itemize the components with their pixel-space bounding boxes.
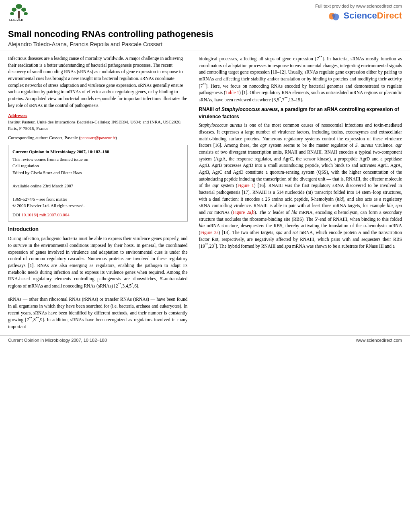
spa-italic3: spa xyxy=(285,244,291,249)
hla-italic2: hla xyxy=(291,210,297,215)
figure2a-link[interactable]: Figure 2a xyxy=(200,230,218,235)
infobox-doi: DOI 10.1016/j.mib.2007.03.004 xyxy=(12,212,183,218)
svg-text:ELSEVIER: ELSEVIER xyxy=(9,18,23,21)
staphylococcus-italic: Staphylococcus aureus xyxy=(221,107,278,112)
body-content: Infectious diseases are a leading cause … xyxy=(0,51,410,330)
spa-italic2: spa xyxy=(276,230,283,235)
info-box: Current Opinion in Microbiology 2007, 10… xyxy=(8,145,188,222)
sd-icon xyxy=(326,10,342,21)
figure1-link[interactable]: Figure 1 xyxy=(238,183,254,188)
agr-italic1: agr xyxy=(260,143,266,148)
article-authors: Alejandro Toledo-Arana, Francis Repoila … xyxy=(8,41,402,47)
infobox-edited: Edited by Gisela Storz and Dieter Haas xyxy=(12,169,183,176)
doi-link[interactable]: 10.1016/j.mib.2007.03.004 xyxy=(21,212,69,217)
elsevier-logo-icon: ELSEVIER xyxy=(8,3,30,21)
hla-italic3: hla xyxy=(199,223,205,228)
left-column: Infectious diseases are a leading cause … xyxy=(8,55,193,330)
svg-point-4 xyxy=(10,12,14,15)
intro-para2: sRNAs — other than ribosomal RNAs (rRNAs… xyxy=(8,296,188,330)
addresses-label: Addresses xyxy=(8,113,188,119)
infobox-copyright: © 2006 Elsevier Ltd. All rights reserved… xyxy=(12,202,183,209)
footer-left: Current Opinion in Microbiology 2007, 10… xyxy=(8,338,107,343)
infobox-themed2: Cell regulation xyxy=(12,162,183,169)
corresponding-section: Corresponding author: Cossart, Pascale (… xyxy=(8,135,188,141)
rnaiii-subheading: RNAIII of Staphylococcus aureus, a parad… xyxy=(199,106,402,120)
email-link[interactable]: pcossart@pasteur.fr xyxy=(80,135,115,140)
addresses-text: Institut Pasteur, Unité des Interactions… xyxy=(8,119,188,131)
addresses-section: Addresses Institut Pasteur, Unité des In… xyxy=(8,113,188,131)
doi-label: DOI xyxy=(12,212,20,217)
footer-bar: Current Opinion in Microbiology 2007, 10… xyxy=(0,335,410,345)
table1-link[interactable]: Table 1 xyxy=(226,90,239,95)
header-bar: ELSEVIER Full text provided by www.scien… xyxy=(0,0,410,24)
svg-point-1 xyxy=(16,4,22,9)
corresponding-text: Corresponding author: Cossart, Pascale (… xyxy=(8,135,117,140)
svg-point-3 xyxy=(21,8,26,12)
header-left: ELSEVIER xyxy=(8,3,30,21)
fulltext-label: Full text provided by www.sciencedirect.… xyxy=(315,4,402,8)
svg-rect-6 xyxy=(18,11,20,18)
sciencedirect-logo: ScienceDirect xyxy=(326,10,402,21)
rnaiii-para: Staphylococcus aureus is one of the most… xyxy=(199,122,402,250)
right-column: biological processes, affecting all step… xyxy=(193,55,402,330)
infobox-available: Available online 23rd March 2007 xyxy=(12,183,183,189)
agr-italic3: agr xyxy=(213,183,219,188)
page-wrapper: ELSEVIER Full text provided by www.scien… xyxy=(0,0,410,532)
article-header: Small noncoding RNAs controlling pathoge… xyxy=(0,24,410,51)
hld-italic: hld xyxy=(337,197,343,201)
article-title: Small noncoding RNAs controlling pathoge… xyxy=(8,29,402,39)
spa-italic: spa xyxy=(396,203,402,208)
infobox-issn: 1369-5274/$ – see front matter xyxy=(12,196,183,203)
staphylococcus-text-italic: Staphylococcus aureus xyxy=(199,123,242,127)
intro-para1: During infection, pathogenic bacteria mu… xyxy=(8,235,188,289)
svg-point-2 xyxy=(12,8,16,12)
svg-point-5 xyxy=(24,12,28,15)
introduction-heading: Introduction xyxy=(8,226,188,233)
sd-text-label: ScienceDirect xyxy=(343,10,402,21)
rot-italic2: rot xyxy=(293,230,298,235)
figure2-link[interactable]: Figure 2a,b xyxy=(233,210,254,215)
abstract-text: Infectious diseases are a leading cause … xyxy=(8,55,188,109)
infobox-journal: Current Opinion in Microbiology 2007, 10… xyxy=(12,148,183,155)
rot-italic: rot xyxy=(207,210,213,215)
hla-italic: hla xyxy=(387,203,393,208)
s-aureus-italic: S. aureus xyxy=(355,143,373,148)
right-para1: biological processes, affecting all step… xyxy=(199,55,402,103)
agr-italic2: agr xyxy=(396,143,402,148)
footer-right: www.sciencedirect.com xyxy=(356,338,402,343)
header-right: Full text provided by www.sciencedirect.… xyxy=(315,4,402,21)
infobox-themed1: This review comes from a themed issue on xyxy=(12,156,183,163)
